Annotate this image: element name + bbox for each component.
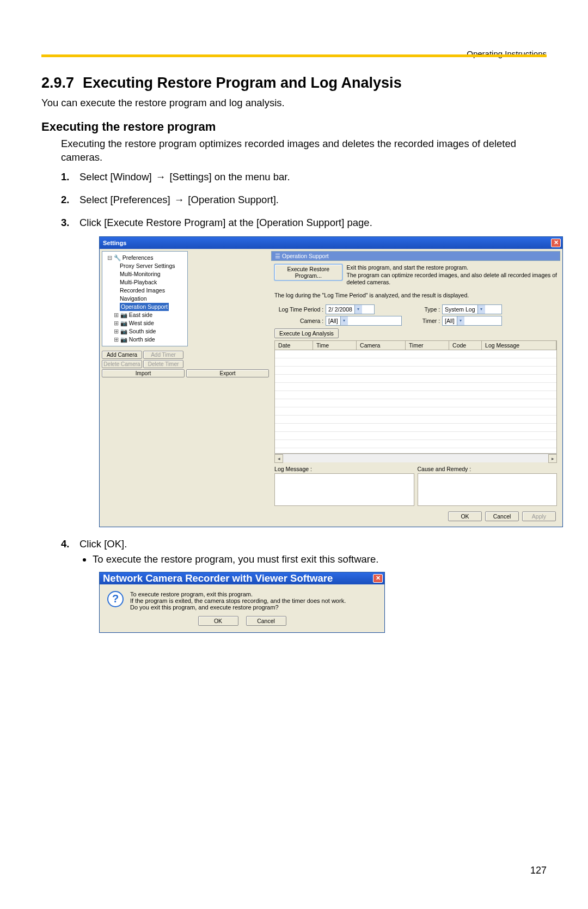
settings-title: Settings bbox=[103, 240, 126, 246]
tree-group-east[interactable]: East side bbox=[129, 312, 152, 318]
dialog-titlebar[interactable]: Network Camera Recorder with Viewer Soft… bbox=[100, 572, 384, 584]
section-heading: 2.9.7Executing Restore Program and Log A… bbox=[41, 75, 547, 91]
camera-label: Camera : bbox=[274, 318, 323, 324]
horizontal-scrollbar[interactable]: ◂ ▸ bbox=[274, 454, 557, 462]
close-button[interactable]: ✕ bbox=[551, 239, 561, 247]
log-message-box[interactable] bbox=[274, 473, 414, 506]
step-2: 2. Select [Preferences] → [Operation Sup… bbox=[61, 194, 547, 206]
subsection-heading: Executing the restore program bbox=[41, 120, 547, 134]
step-4-bullet: To execute the restore program, you must… bbox=[93, 553, 547, 565]
subsection-body: Executing the restore program optimizes … bbox=[61, 137, 547, 164]
delete-timer-button[interactable]: Delete Timer bbox=[143, 360, 183, 368]
tree-group-south[interactable]: South side bbox=[129, 328, 156, 334]
confirm-dialog: Network Camera Recorder with Viewer Soft… bbox=[99, 572, 385, 633]
execute-log-analysis-button[interactable]: Execute Log Analysis bbox=[274, 328, 339, 338]
dialog-title: Network Camera Recorder with Viewer Soft… bbox=[103, 572, 333, 584]
arrow-icon: → bbox=[173, 194, 186, 205]
log-note: The log during the "Log Time Period" is … bbox=[274, 292, 557, 300]
step-1: 1. Select [Window] → [Settings] on the m… bbox=[61, 171, 547, 183]
step-2-text-a: Select [Preferences] bbox=[79, 194, 173, 205]
col-date[interactable]: Date bbox=[275, 341, 313, 350]
log-table-body[interactable] bbox=[274, 350, 557, 454]
col-code[interactable]: Code bbox=[449, 341, 482, 350]
step-1-text-a: Select [Window] bbox=[79, 171, 155, 182]
step-4: 4. Click [OK]. To execute the restore pr… bbox=[61, 538, 547, 633]
step-4-text: Click [OK]. bbox=[79, 538, 127, 550]
dialog-cancel-button[interactable]: Cancel bbox=[246, 616, 286, 626]
tree-item-operation-support[interactable]: Operation Support bbox=[120, 303, 169, 311]
ok-button[interactable]: OK bbox=[448, 511, 482, 521]
tree-item-multi-playback[interactable]: Multi-Playback bbox=[103, 278, 186, 286]
section-number: 2.9.7 bbox=[41, 75, 83, 91]
log-table-header: Date Time Camera Timer Code Log Message bbox=[274, 340, 557, 350]
delete-camera-button[interactable]: Delete Camera bbox=[102, 360, 142, 368]
operation-support-header: ☰ Operation Support bbox=[271, 251, 560, 261]
log-time-label: Log Time Period : bbox=[274, 306, 323, 313]
tree-item-multi-monitoring[interactable]: Multi-Monitoring bbox=[103, 270, 186, 278]
section-intro: You can execute the restore program and … bbox=[41, 97, 547, 109]
step-2-text-b: [Operation Support]. bbox=[185, 194, 279, 205]
steps-list: 1. Select [Window] → [Settings] on the m… bbox=[61, 171, 547, 633]
log-message-label: Log Message : bbox=[274, 466, 414, 472]
col-camera[interactable]: Camera bbox=[357, 341, 406, 350]
scroll-right-icon[interactable]: ▸ bbox=[548, 454, 557, 463]
settings-titlebar[interactable]: Settings ✕ bbox=[100, 237, 562, 249]
add-camera-button[interactable]: Add Camera bbox=[102, 351, 142, 359]
col-timer[interactable]: Timer bbox=[406, 341, 449, 350]
tree-root[interactable]: Preferences bbox=[122, 254, 154, 261]
dialog-close-button[interactable]: ✕ bbox=[373, 574, 383, 583]
gold-accent-bar bbox=[41, 54, 547, 57]
dialog-ok-button[interactable]: OK bbox=[198, 616, 238, 626]
timer-dropdown[interactable]: [All]▾ bbox=[442, 316, 502, 326]
sidebar-buttons: Add Camera Add Timer Delete Camera Delet… bbox=[102, 351, 269, 379]
close-icon: ✕ bbox=[554, 240, 559, 246]
dialog-message: To execute restore program, exit this pr… bbox=[130, 591, 346, 611]
col-time[interactable]: Time bbox=[313, 341, 357, 350]
preferences-tree[interactable]: ⊟ 🔧 Preferences Proxy Server Settings Mu… bbox=[102, 251, 188, 346]
log-time-dropdown[interactable]: 2/ 2/2008▾ bbox=[326, 304, 375, 314]
arrow-icon: → bbox=[155, 171, 167, 182]
dialog-button-row: OK Cancel Apply bbox=[271, 509, 560, 524]
settings-window: Settings ✕ ⊟ 🔧 Preferences Proxy Server … bbox=[99, 236, 563, 527]
tree-group-north[interactable]: North side bbox=[129, 336, 155, 343]
apply-button[interactable]: Apply bbox=[522, 511, 556, 521]
restore-description: Exit this program, and start the restore… bbox=[347, 264, 557, 286]
close-icon: ✕ bbox=[376, 575, 381, 581]
question-icon: ? bbox=[107, 591, 124, 607]
type-label: Type : bbox=[418, 306, 440, 313]
step-3: 3. Click [Execute Restore Program] at th… bbox=[61, 217, 547, 527]
tree-item-proxy[interactable]: Proxy Server Settings bbox=[103, 262, 186, 270]
camera-dropdown[interactable]: [All]▾ bbox=[326, 316, 402, 326]
cancel-button[interactable]: Cancel bbox=[485, 511, 519, 521]
cause-remedy-label: Cause and Remedy : bbox=[418, 466, 557, 472]
tree-item-recorded-images[interactable]: Recorded Images bbox=[103, 286, 186, 295]
import-button[interactable]: Import bbox=[102, 369, 185, 377]
timer-label: Timer : bbox=[418, 318, 440, 324]
execute-restore-program-button[interactable]: Execute Restore Program... bbox=[274, 264, 342, 280]
chevron-down-icon: ▾ bbox=[354, 305, 362, 314]
type-dropdown[interactable]: System Log▾ bbox=[442, 304, 502, 314]
add-timer-button[interactable]: Add Timer bbox=[143, 351, 183, 359]
section-title: Executing Restore Program and Log Analys… bbox=[83, 75, 402, 91]
chevron-down-icon: ▾ bbox=[477, 305, 485, 314]
tree-item-navigation[interactable]: Navigation bbox=[103, 295, 186, 303]
chevron-down-icon: ▾ bbox=[340, 316, 348, 325]
scroll-left-icon[interactable]: ◂ bbox=[274, 454, 283, 463]
col-log-message[interactable]: Log Message bbox=[482, 341, 556, 350]
tree-group-west[interactable]: West side bbox=[129, 320, 154, 326]
cause-remedy-box[interactable] bbox=[418, 473, 557, 506]
page-number: 127 bbox=[530, 865, 547, 876]
chevron-down-icon: ▾ bbox=[457, 316, 464, 325]
step-1-text-b: [Settings] on the menu bar. bbox=[167, 171, 290, 182]
step-3-text: Click [Execute Restore Program] at the [… bbox=[79, 217, 372, 228]
export-button[interactable]: Export bbox=[186, 369, 269, 377]
